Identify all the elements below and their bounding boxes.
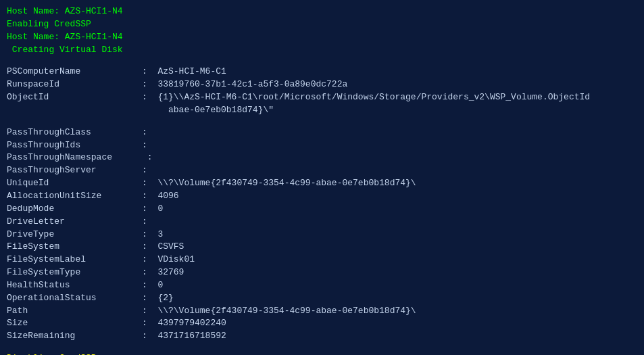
line-hostname2: Host Name: AZS-HCI1-N4 (7, 31, 637, 44)
prop-sep: : (142, 279, 157, 292)
prop-name: Size (7, 317, 142, 330)
prop-filesystemtype: FileSystemType : 32769 (7, 266, 590, 279)
prop-sep: : (142, 139, 157, 152)
prop-dedupmode: DedupMode : 0 (7, 203, 590, 216)
prop-sep: : (142, 254, 157, 266)
prop-sep: : (142, 317, 157, 330)
prop-val (157, 151, 590, 164)
prop-passthroughclass: PassThroughClass : (7, 126, 590, 139)
prop-name: PassThroughIds (7, 139, 142, 152)
prop-val: 0 (157, 279, 590, 292)
prop-uniqueid: UniqueId : \\?\Volume{2f430749-3354-4c99… (7, 177, 590, 190)
prop-name: DriveLetter (7, 216, 142, 229)
prop-sep-blank (142, 104, 157, 117)
prop-val: {2} (157, 292, 590, 305)
prop-val (157, 216, 590, 229)
prop-name: SizeRemaining (7, 330, 142, 343)
prop-objectid: ObjectId : {1}\\AzS-HCI-M6-C1\root/Micro… (7, 91, 590, 104)
prop-sep: : (142, 190, 157, 203)
prop-operationalstatus: OperationalStatus : {2} (7, 292, 590, 305)
header-section: Host Name: AZS-HCI1-N4 Enabling CredSSP … (7, 5, 637, 56)
prop-passthroughnamespace: PassThroughNamespace : (7, 151, 590, 164)
prop-sep: : (142, 177, 157, 190)
prop-val (157, 164, 590, 177)
prop-name: UniqueId (7, 177, 142, 190)
prop-name: FileSystem (7, 241, 142, 254)
prop-sep: : (142, 66, 157, 78)
prop-sep: : (142, 203, 157, 216)
prop-healthstatus: HealthStatus : 0 (7, 279, 590, 292)
prop-name: DedupMode (7, 203, 142, 216)
prop-name: FileSystemType (7, 266, 142, 279)
prop-filesystemlabel: FileSystemLabel : VDisk01 (7, 254, 590, 266)
prop-sizeremaining: SizeRemaining : 4371716718592 (7, 330, 590, 343)
prop-name: PSComputerName (7, 66, 142, 78)
prop-sep: : (142, 330, 157, 343)
prop-name: HealthStatus (7, 279, 142, 292)
prop-val-cont: abae-0e7eb0b18d74}\" (157, 104, 590, 117)
prop-val: 32769 (157, 266, 590, 279)
prop-name: PassThroughNamespace (7, 151, 142, 164)
prop-runspaceid: RunspaceId : 33819760-37b1-42c1-a5f3-0a8… (7, 78, 590, 91)
prop-allocationunitsize: AllocationUnitSize : 4096 (7, 190, 590, 203)
terminal-window: Host Name: AZS-HCI1-N4 Enabling CredSSP … (0, 0, 644, 355)
prop-sep: : (142, 216, 157, 229)
prop-val: {1}\\AzS-HCI-M6-C1\root/Microsoft/Window… (157, 91, 590, 104)
prop-val: 4371716718592 (157, 330, 590, 343)
prop-name: PassThroughServer (7, 164, 142, 177)
prop-sep: : (142, 292, 157, 305)
prop-val: 4397979402240 (157, 317, 590, 330)
prop-val: AzS-HCI-M6-C1 (157, 66, 590, 78)
prop-sep: : (142, 164, 157, 177)
prop-path: Path : \\?\Volume{2f430749-3354-4c99-aba… (7, 305, 590, 318)
prop-sep: : (142, 78, 157, 91)
prop-pscomputername: PSComputerName : AzS-HCI-M6-C1 (7, 66, 590, 78)
prop-passthroughserver: PassThroughServer : (7, 164, 590, 177)
prop-name: OperationalStatus (7, 292, 142, 305)
spacer2 (7, 343, 637, 352)
line-disabling-credssp: Disabling CredSSP (7, 352, 637, 355)
spacer1 (7, 56, 637, 66)
prop-sep: : (142, 91, 157, 104)
prop-name: AllocationUnitSize (7, 190, 142, 203)
prop-objectid-cont: abae-0e7eb0b18d74}\" (7, 104, 590, 117)
prop-passthroughids: PassThroughIds : (7, 139, 590, 152)
prop-name: PassThroughClass (7, 126, 142, 139)
prop-name: DriveType (7, 229, 142, 241)
prop-sep: : (142, 266, 157, 279)
spacer-row1 (7, 117, 590, 126)
prop-val: \\?\Volume{2f430749-3354-4c99-abae-0e7eb… (157, 305, 590, 318)
properties-section: PSComputerName : AzS-HCI-M6-C1 RunspaceI… (7, 66, 637, 343)
props-table: PSComputerName : AzS-HCI-M6-C1 RunspaceI… (7, 66, 590, 343)
line-creating-vdisk: Creating Virtual Disk (7, 44, 637, 57)
prop-name: ObjectId (7, 91, 142, 104)
prop-name: Path (7, 305, 142, 318)
prop-val: 0 (157, 203, 590, 216)
prop-size: Size : 4397979402240 (7, 317, 590, 330)
prop-name: FileSystemLabel (7, 254, 142, 266)
prop-sep: : (142, 241, 157, 254)
prop-val: 33819760-37b1-42c1-a5f3-0a89e0dc722a (157, 78, 590, 91)
prop-sep: : (142, 229, 157, 241)
prop-val: 3 (157, 229, 590, 241)
prop-val: CSVFS (157, 241, 590, 254)
footer-section: Disabling CredSSP Verifying that CredSSP… (7, 352, 637, 355)
prop-sep: : (142, 151, 157, 164)
prop-drivetype: DriveType : 3 (7, 229, 590, 241)
prop-filesystem: FileSystem : CSVFS (7, 241, 590, 254)
prop-name-blank (7, 104, 142, 117)
prop-sep: : (142, 305, 157, 318)
prop-val (157, 126, 590, 139)
prop-name: RunspaceId (7, 78, 142, 91)
prop-val: \\?\Volume{2f430749-3354-4c99-abae-0e7eb… (157, 177, 590, 190)
line-hostname1: Host Name: AZS-HCI1-N4 (7, 5, 637, 18)
line-enabling-credssp: Enabling CredSSP (7, 18, 637, 31)
prop-val: 4096 (157, 190, 590, 203)
prop-val (157, 139, 590, 152)
prop-val: VDisk01 (157, 254, 590, 266)
prop-driveletter: DriveLetter : (7, 216, 590, 229)
prop-sep: : (142, 126, 157, 139)
